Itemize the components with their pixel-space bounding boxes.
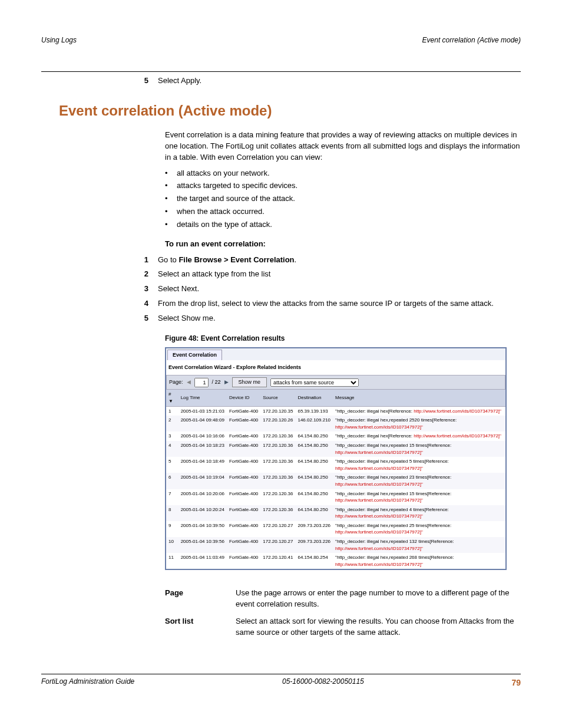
table-cell: 172.20.120.27 xyxy=(260,521,295,537)
step-item: 3Select Next. xyxy=(141,284,521,295)
reference-link[interactable]: http://www.fortinet.com/ids/ID107347972]… xyxy=(414,409,501,414)
table-header[interactable]: Device ID xyxy=(227,390,260,406)
reference-link[interactable]: http://www.fortinet.com/ids/ID107347972]… xyxy=(335,562,423,567)
figure-wizard-title: Event Correlation Wizard - Explore Relat… xyxy=(166,360,505,375)
definition-term: Sort list xyxy=(165,616,236,638)
intro-paragraph: Event correlation is a data mining featu… xyxy=(165,130,521,163)
table-row[interactable]: 92005-01-04 10:39:50FortiGate-400172.20.… xyxy=(166,521,505,537)
page-input[interactable] xyxy=(194,378,209,387)
step-text: Go to File Browse > Event Correlation. xyxy=(158,255,521,266)
table-cell: 2005-01-04 10:20:06 xyxy=(178,489,227,505)
message-cell: "http_decoder: illegal hex,repeated 25 t… xyxy=(333,521,505,537)
bullet-text: when the attack occurred. xyxy=(177,206,265,218)
table-cell: 2005-01-04 10:18:23 xyxy=(178,441,227,457)
table-cell: 65.39.139.193 xyxy=(295,406,333,416)
table-cell: 2005-01-04 10:16:06 xyxy=(178,431,227,441)
message-cell: "http_decoder: illegal hex,repeated 4 ti… xyxy=(333,505,505,521)
table-header[interactable]: Destination xyxy=(295,390,333,406)
table-row[interactable]: 82005-01-04 10:20:24FortiGate-400172.20.… xyxy=(166,505,505,521)
page-footer: FortiLog Administration Guide 05-16000-0… xyxy=(41,674,521,689)
table-row[interactable]: 12005-01-03 15:21:03FortiGate-400172.20.… xyxy=(166,406,505,416)
table-cell: 7 xyxy=(166,489,178,505)
reference-link[interactable]: http://www.fortinet.com/ids/ID107347972]… xyxy=(335,466,423,471)
figure-toolbar: Page: ◀ / 22 ▶ Show me attacks from same… xyxy=(166,375,505,390)
table-cell: 9 xyxy=(166,521,178,537)
definition-row: PageUse the page arrows or enter the pag… xyxy=(165,588,521,610)
reference-link[interactable]: http://www.fortinet.com/ids/ID107347972]… xyxy=(335,482,423,487)
table-header[interactable]: Source xyxy=(260,390,295,406)
table-cell: 172.20.120.36 xyxy=(260,489,295,505)
table-cell: 172.20.120.41 xyxy=(260,553,295,569)
table-row[interactable]: 22005-01-04 09:48:09FortiGate-400172.20.… xyxy=(166,416,505,431)
table-cell: 1 xyxy=(166,406,178,416)
show-me-button[interactable]: Show me xyxy=(232,377,267,387)
table-cell: 172.20.120.35 xyxy=(260,406,295,416)
table-cell: 2 xyxy=(166,416,178,431)
table-cell: 2005-01-04 10:18:49 xyxy=(178,457,227,473)
table-cell: 64.154.80.250 xyxy=(295,489,333,505)
table-cell: 11 xyxy=(166,553,178,569)
reference-link[interactable]: http://www.fortinet.com/ids/ID107347972]… xyxy=(335,498,423,503)
page-prev-icon[interactable]: ◀ xyxy=(187,378,191,386)
step-number: 3 xyxy=(141,284,158,295)
definition-term: Page xyxy=(165,588,236,610)
figure-tab[interactable]: Event Correlation xyxy=(167,350,222,360)
table-cell: FortiGate-400 xyxy=(227,441,260,457)
bullet-text: all attacks on your network. xyxy=(177,168,270,179)
message-cell: "http_decoder: illegal hex,repeated 15 t… xyxy=(333,489,505,505)
table-cell: FortiGate-400 xyxy=(227,406,260,416)
step-item: 1Go to File Browse > Event Correlation. xyxy=(141,255,521,266)
table-cell: FortiGate-400 xyxy=(227,505,260,521)
page-total: / 22 xyxy=(212,378,221,386)
definitions: PageUse the page arrows or enter the pag… xyxy=(165,588,521,638)
step-text: From the drop list, select to view the a… xyxy=(158,298,521,309)
table-cell: 172.20.120.36 xyxy=(260,441,295,457)
message-cell: "http_decoder: illegal hex,repeated 23 t… xyxy=(333,473,505,489)
reference-link[interactable]: http://www.fortinet.com/ids/ID107347972]… xyxy=(414,433,501,439)
table-row[interactable]: 72005-01-04 10:20:06FortiGate-400172.20.… xyxy=(166,489,505,505)
page-header: Using Logs Event correlation (Active mod… xyxy=(41,35,521,48)
table-cell: 10 xyxy=(166,537,178,553)
table-cell: 8 xyxy=(166,505,178,521)
message-cell: "http_decoder: illegal hex,repeated 15 t… xyxy=(333,441,505,457)
step-number: 5 xyxy=(141,75,158,87)
table-row[interactable]: 112005-01-04 11:03:49FortiGate-400172.20… xyxy=(166,553,505,569)
section-heading: Event correlation (Active mode) xyxy=(59,101,521,121)
table-row[interactable]: 102005-01-04 10:39:56FortiGate-400172.20… xyxy=(166,537,505,553)
table-header[interactable]: Log Time xyxy=(178,390,227,406)
table-header[interactable]: # ▼ xyxy=(166,390,178,406)
reference-link[interactable]: http://www.fortinet.com/ids/ID107347972]… xyxy=(335,529,423,535)
definition-row: Sort listSelect an attack sort for viewi… xyxy=(165,616,521,638)
table-cell: 5 xyxy=(166,457,178,473)
event-correlation-figure: Event Correlation Event Correlation Wiza… xyxy=(165,347,507,570)
table-cell: 172.20.120.27 xyxy=(260,537,295,553)
bullet-dot-icon: • xyxy=(165,168,177,179)
step-number: 2 xyxy=(141,269,158,280)
message-cell: "http_decoder: illegal hex,repeated 132 … xyxy=(333,537,505,553)
table-cell: 2005-01-04 10:20:24 xyxy=(178,505,227,521)
bullet-list: •all attacks on your network.•attacks ta… xyxy=(165,168,521,230)
pre-step-5: 5 Select Apply. xyxy=(141,75,521,87)
figure-caption: Figure 48: Event Correlation results xyxy=(165,334,521,344)
table-cell: 209.73.203.226 xyxy=(295,537,333,553)
step-number: 5 xyxy=(141,313,158,324)
table-cell: FortiGate-400 xyxy=(227,521,260,537)
page-next-icon[interactable]: ▶ xyxy=(224,378,229,386)
reference-link[interactable]: http://www.fortinet.com/ids/ID107347972]… xyxy=(335,513,423,519)
bullet-dot-icon: • xyxy=(165,219,177,230)
reference-link[interactable]: http://www.fortinet.com/ids/ID107347972]… xyxy=(335,424,423,430)
table-cell: 2005-01-04 10:39:56 xyxy=(178,537,227,553)
reference-link[interactable]: http://www.fortinet.com/ids/ID107347972]… xyxy=(335,450,423,455)
message-cell: "http_decoder: illegal hex[Reference: ht… xyxy=(333,431,505,441)
table-row[interactable]: 32005-01-04 10:16:06FortiGate-400172.20.… xyxy=(166,431,505,441)
reference-link[interactable]: http://www.fortinet.com/ids/ID107347972]… xyxy=(335,546,423,551)
run-correlation-heading: To run an event correlation: xyxy=(165,239,521,250)
table-row[interactable]: 62005-01-04 10:19:04FortiGate-400172.20.… xyxy=(166,473,505,489)
table-cell: 172.20.120.26 xyxy=(260,416,295,431)
table-cell: 172.20.120.36 xyxy=(260,431,295,441)
table-header[interactable]: Message xyxy=(333,390,505,406)
sort-select[interactable]: attacks from same source xyxy=(270,378,359,387)
bullet-text: the target and source of the attack. xyxy=(177,193,295,205)
table-row[interactable]: 52005-01-04 10:18:49FortiGate-400172.20.… xyxy=(166,457,505,473)
table-row[interactable]: 42005-01-04 10:18:23FortiGate-400172.20.… xyxy=(166,441,505,457)
